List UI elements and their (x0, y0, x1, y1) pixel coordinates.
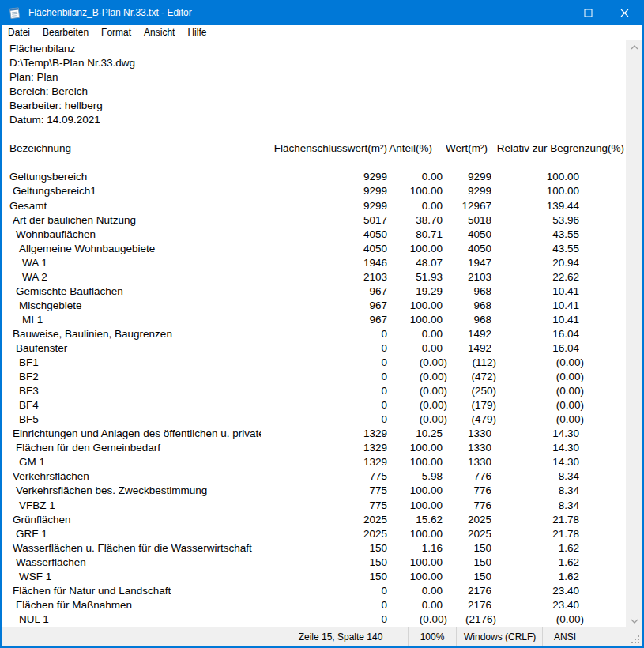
table-row: VFBZ 1775100.007768.34 (2, 499, 626, 513)
scrollbar-up-button[interactable] (626, 40, 642, 54)
scrollbar-track[interactable] (626, 54, 642, 614)
table-cell: 1.62 (491, 556, 579, 570)
window-title: Flächenbilanz_B-Plan Nr.33.txt - Editor (28, 7, 533, 18)
table-cell: 4050 (443, 228, 491, 242)
table-cell: 968 (443, 313, 491, 327)
table-row: WA 1194648.07194720.94 (2, 256, 626, 270)
table-cell: (0.00) (491, 413, 579, 427)
table-cell: 2025 (261, 527, 387, 541)
close-button[interactable] (606, 0, 642, 25)
cell-value: 43.55 (552, 228, 579, 240)
cell-value: 5.98 (422, 470, 443, 482)
cell-value: 10.41 (552, 285, 579, 297)
table-cell: (0.00) (387, 398, 443, 413)
table-cell: 1329 (261, 427, 387, 441)
table-row: Baufenster00.00149216.04 (2, 341, 626, 356)
cell-value: 1946 (363, 257, 387, 269)
chevron-down-icon (631, 619, 638, 624)
table-cell: 21.78 (491, 527, 579, 541)
table-row: BF20(0.00)(472)(0.00) (2, 370, 626, 384)
cell-value: 43.55 (552, 243, 579, 254)
row-label: BF1 (2, 356, 261, 370)
table-row: MI 1967100.0096810.41 (2, 313, 626, 327)
table-row: BF10(0.00)(112)(0.00) (2, 356, 626, 370)
row-label: GRF 1 (2, 527, 261, 541)
main-area: FlächenbilanzD:\Temp\B-Plan Nr.33.dwgPla… (2, 40, 642, 627)
cell-value: 5017 (363, 214, 387, 226)
notepad-icon[interactable] (8, 6, 21, 20)
resize-grip[interactable] (631, 635, 641, 645)
table-cell: 100.00 (387, 484, 443, 498)
cell-value: 100.00 (410, 456, 443, 468)
table-cell: 16.04 (491, 341, 579, 356)
table-cell: 2025 (443, 527, 491, 541)
menu-item-hilfe[interactable]: Hilfe (181, 25, 213, 40)
cell-value: 968 (473, 314, 491, 326)
table-cell: 19.29 (387, 284, 443, 299)
table-cell: 0.00 (387, 199, 443, 213)
cell-value: 16.04 (552, 328, 579, 340)
scrollbar-down-button[interactable] (626, 614, 642, 627)
cell-value: 8.34 (559, 499, 579, 511)
table-cell: 8.34 (491, 484, 579, 498)
cell-value: 1330 (468, 428, 491, 439)
table-row: Geltungsbereich92990.009299100.00 (2, 170, 626, 184)
cell-value: 775 (369, 499, 387, 511)
table-cell: 1492 (443, 341, 491, 356)
table-cell: 2025 (443, 513, 491, 527)
minimize-button[interactable] (533, 0, 570, 25)
cell-value: 9299 (468, 185, 491, 197)
cell-value: 0 (381, 399, 387, 411)
header-line: Datum: 14.09.2021 (2, 113, 626, 127)
table-cell: 968 (443, 299, 491, 313)
table-cell: 0 (261, 356, 387, 370)
header-line: Flächenbilanz (2, 42, 626, 56)
blank-line (2, 127, 626, 141)
cell-value: 0 (381, 356, 387, 368)
table-cell: 23.40 (491, 598, 579, 612)
menu-item-format[interactable]: Format (95, 25, 137, 40)
text-editor-area[interactable]: FlächenbilanzD:\Temp\B-Plan Nr.33.dwgPla… (2, 40, 626, 627)
row-label: Gemischte Bauflächen (2, 284, 261, 299)
table-cell: 9299 (261, 199, 387, 213)
table-cell: 38.70 (387, 213, 443, 228)
table-cell: 43.55 (491, 228, 579, 242)
table-cell: 0 (261, 413, 387, 427)
cell-value: 0 (381, 342, 387, 354)
cell-value: 0.00 (422, 171, 443, 183)
table-row: GRF 12025100.00202521.78 (2, 527, 626, 541)
cell-value: 100.00 (410, 314, 443, 326)
cell-value: 1492 (468, 342, 491, 354)
table-cell: 4050 (261, 228, 387, 242)
cell-value: 1329 (363, 442, 387, 454)
table-cell: 1330 (443, 427, 491, 441)
menu-item-datei[interactable]: Datei (2, 25, 36, 40)
cell-value: 14.30 (552, 456, 579, 468)
table-cell: 150 (443, 556, 491, 570)
table-cell: 100.00 (387, 455, 443, 469)
table-cell: 100.00 (387, 313, 443, 327)
blank-line (2, 156, 626, 170)
table-row: Flächen für Maßnahmen00.00217623.40 (2, 598, 626, 612)
table-cell: 9299 (261, 184, 387, 198)
cell-value: (0.00) (556, 356, 584, 370)
cell-value: (0.00) (556, 370, 584, 384)
row-label: Wohnbauflächen (2, 228, 261, 242)
header-line: Bearbeiter: hellberg (2, 99, 626, 113)
menu-item-bearbeiten[interactable]: Bearbeiten (36, 25, 95, 40)
cell-value: 100.00 (410, 185, 443, 197)
cell-value: 2025 (468, 514, 491, 526)
title-bar[interactable]: Flächenbilanz_B-Plan Nr.33.txt - Editor (2, 0, 642, 25)
table-row: Flächen für den Gemeinbedarf1329100.0013… (2, 441, 626, 455)
vertical-scrollbar[interactable] (626, 40, 642, 627)
maximize-button[interactable] (570, 0, 606, 25)
menu-item-ansicht[interactable]: Ansicht (137, 25, 181, 40)
table-cell: 8.34 (491, 469, 579, 484)
minimize-icon (548, 9, 556, 17)
table-row: Geltungsbereich19299100.009299100.00 (2, 184, 626, 198)
cell-value: 150 (369, 556, 387, 568)
table-cell: 14.30 (491, 427, 579, 441)
status-bar: Zeile 15, Spalte 140 100% Windows (CRLF)… (2, 627, 642, 646)
cell-value: 10.25 (416, 428, 443, 439)
row-label: VFBZ 1 (2, 499, 261, 513)
